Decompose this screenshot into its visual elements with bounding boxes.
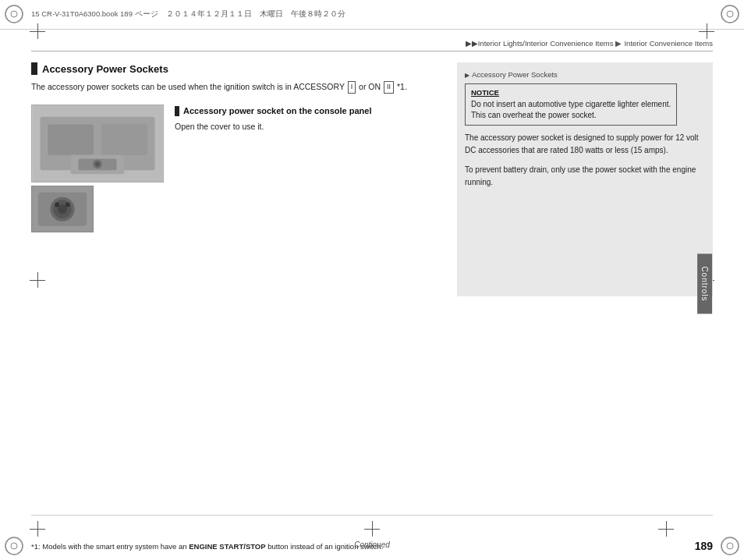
- main-content: Accessory Power Sockets The accessory po…: [31, 55, 713, 513]
- svg-point-15: [95, 161, 100, 166]
- sub-heading: Accessory power socket on the console pa…: [175, 106, 445, 116]
- svg-point-1: [11, 11, 17, 17]
- sub-heading-text: Accessory power socket on the console pa…: [183, 106, 371, 115]
- sub-content: Accessory power socket on the console pa…: [175, 105, 445, 133]
- breadcrumb-part1: ▶▶Interior Lights/Interior Convenience I…: [466, 39, 614, 48]
- svg-point-5: [11, 543, 17, 549]
- car-interior-image: [31, 105, 164, 183]
- ignition-icon-1: I: [348, 81, 356, 94]
- right-body-2: To prevent battery drain, only use the p…: [465, 164, 705, 188]
- top-bar: 15 CR-V-31T0A6300.book 189 ページ ２０１４年１２月１…: [0, 0, 744, 30]
- svg-point-0: [5, 5, 23, 23]
- controls-tab: Controls: [697, 253, 712, 314]
- footer: *1: Models with the smart entry system h…: [31, 515, 713, 560]
- svg-point-22: [66, 202, 70, 207]
- notice-box: NOTICE Do not insert an automotive type …: [465, 83, 677, 126]
- right-section-label: Accessory Power Sockets: [465, 70, 705, 79]
- svg-point-4: [5, 537, 23, 555]
- intro-text: The accessory power sockets can be used …: [31, 81, 445, 94]
- ignition-icon-2: II: [384, 81, 394, 94]
- car-image-block: [31, 105, 164, 232]
- top-bar-text: 15 CR-V-31T0A6300.book 189 ページ ２０１４年１２月１…: [31, 9, 713, 19]
- right-column: Accessory Power Sockets NOTICE Do not in…: [457, 55, 713, 513]
- corner-tl: [3, 3, 25, 25]
- footer-continued: Continued: [354, 541, 390, 549]
- section-heading-text: Accessory Power Sockets: [42, 63, 168, 75]
- socket-inset-image: [31, 186, 94, 232]
- notice-label: NOTICE: [471, 88, 671, 97]
- corner-bl: [3, 535, 25, 557]
- breadcrumb: ▶▶Interior Lights/Interior Convenience I…: [31, 39, 713, 51]
- image-block: Accessory power socket on the console pa…: [31, 105, 445, 232]
- intro-text-part2: or ON: [359, 82, 383, 91]
- svg-rect-11: [101, 124, 147, 154]
- footer-page-number: 189: [695, 540, 713, 552]
- svg-point-21: [55, 202, 59, 207]
- left-column: Accessory Power Sockets The accessory po…: [31, 55, 445, 513]
- sub-body-text: Open the cover to use it.: [175, 121, 445, 133]
- breadcrumb-arrow: ▶: [615, 39, 622, 48]
- footer-note-bold: ENGINE START/STOP: [189, 542, 265, 551]
- cross-top-right: [699, 23, 714, 39]
- right-panel: Accessory Power Sockets NOTICE Do not in…: [457, 62, 713, 296]
- right-body-1: The accessory power socket is designed t…: [465, 132, 705, 156]
- notice-text-1: Do not insert an automotive type cigaret…: [471, 99, 671, 110]
- svg-point-20: [58, 204, 67, 214]
- svg-point-7: [727, 543, 733, 549]
- breadcrumb-part2: Interior Convenience Items: [624, 39, 713, 48]
- sub-heading-bar-icon: [175, 106, 179, 116]
- notice-text-2: This can overheat the power socket.: [471, 110, 671, 121]
- corner-br: [719, 535, 741, 557]
- footer-note-part1: *1: Models with the smart entry system h…: [31, 542, 189, 551]
- svg-rect-10: [48, 124, 94, 154]
- intro-text-part3: *1.: [397, 82, 407, 91]
- svg-point-3: [727, 11, 733, 17]
- svg-point-2: [721, 5, 739, 23]
- svg-point-6: [721, 537, 739, 555]
- cross-top-left: [30, 23, 45, 39]
- corner-tr: [719, 3, 741, 25]
- section-heading: Accessory Power Sockets: [31, 62, 445, 75]
- heading-bar-icon: [31, 62, 37, 75]
- intro-text-part1: The accessory power sockets can be used …: [31, 82, 345, 91]
